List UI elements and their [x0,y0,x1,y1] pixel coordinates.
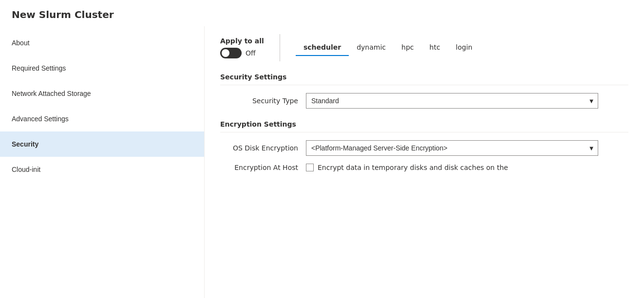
sidebar-item-cloud-init[interactable]: Cloud-init [0,157,204,182]
encryption-at-host-checkbox-label: Encrypt data in temporary disks and disk… [318,164,508,171]
sidebar-item-advanced-settings[interactable]: Advanced Settings [0,106,204,131]
encryption-at-host-label: Encryption At Host [220,164,298,171]
top-controls-row: Apply to all Off schedulerdynamichpchtcl… [220,34,628,61]
os-disk-encryption-select[interactable]: <Platform-Managed Server-Side Encryption… [306,140,598,156]
os-disk-encryption-label: OS Disk Encryption [220,144,298,152]
encryption-settings-header: Encryption Settings [220,120,628,132]
sidebar-item-about[interactable]: About [0,30,204,56]
encryption-at-host-checkbox-row: Encrypt data in temporary disks and disk… [306,164,508,171]
security-type-select[interactable]: StandardConfidentialVMTrustedLaunch [306,93,598,109]
tabs-container: schedulerdynamichpchtclogin [296,39,480,56]
toggle-row: Off [220,48,264,58]
security-type-label: Security Type [220,97,298,105]
vertical-divider [280,34,280,61]
right-panel: Apply to all Off schedulerdynamichpchtcl… [205,26,644,298]
encryption-at-host-checkbox[interactable] [306,164,314,171]
security-settings-header: Security Settings [220,73,628,85]
tab-login[interactable]: login [448,39,480,56]
toggle-off-label: Off [246,49,256,57]
page-title: New Slurm Cluster [0,0,644,26]
os-disk-encryption-select-wrapper: <Platform-Managed Server-Side Encryption… [306,140,598,156]
sidebar: AboutRequired SettingsNetwork Attached S… [0,26,205,298]
tab-hpc[interactable]: hpc [394,39,421,56]
sidebar-item-security[interactable]: Security [0,131,204,157]
sidebar-item-network-attached-storage[interactable]: Network Attached Storage [0,81,204,106]
page-container: New Slurm Cluster AboutRequired Settings… [0,0,644,298]
apply-to-all-label: Apply to all [220,37,264,45]
tab-dynamic[interactable]: dynamic [349,39,394,56]
encryption-settings-section: Encryption Settings OS Disk Encryption <… [220,120,628,171]
encryption-at-host-row: Encryption At Host Encrypt data in tempo… [220,164,628,171]
apply-to-all-toggle[interactable] [220,48,242,58]
security-type-row: Security Type StandardConfidentialVMTrus… [220,93,628,109]
tab-scheduler[interactable]: scheduler [296,39,349,56]
apply-to-all-group: Apply to all Off [220,37,264,58]
tab-htc[interactable]: htc [422,39,448,56]
toggle-knob [222,49,229,57]
sidebar-item-required-settings[interactable]: Required Settings [0,56,204,81]
main-content: AboutRequired SettingsNetwork Attached S… [0,26,644,298]
security-type-select-wrapper: StandardConfidentialVMTrustedLaunch ▼ [306,93,598,109]
security-settings-section: Security Settings Security Type Standard… [220,73,628,109]
os-disk-encryption-row: OS Disk Encryption <Platform-Managed Ser… [220,140,628,156]
